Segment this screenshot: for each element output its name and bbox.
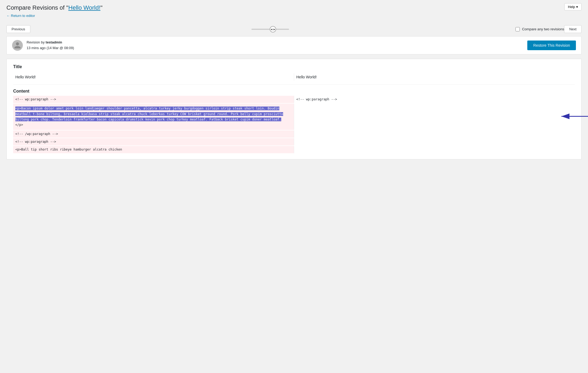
removed-block-left: <p>Bacon ipsum dolor amet pork loin land…: [13, 104, 294, 130]
slider-left-track: [251, 29, 270, 30]
help-button[interactable]: Help ▾: [564, 3, 582, 10]
slider-arrows-icon: ◄►: [270, 28, 276, 31]
controls-bar: Previous ◄► Compare any two revisions Ne…: [0, 22, 588, 36]
compare-two-revisions-area: Compare any two revisions: [515, 27, 564, 31]
help-label: Help: [568, 5, 575, 9]
compare-two-revisions-label: Compare any two revisions: [522, 27, 564, 31]
removed-block-row: <p>Bacon ipsum dolor amet pork loin land…: [13, 104, 575, 130]
added-block-left: <p>Ball tip short ribs ribeye hamburger …: [13, 146, 294, 153]
revision-text: Revision by testadmin 13 mins ago (14 Ma…: [27, 40, 74, 51]
return-to-editor-link[interactable]: ← Return to editor: [6, 14, 35, 18]
section-divider: [13, 84, 575, 85]
compare-two-revisions-checkbox[interactable]: [515, 27, 520, 31]
comment3-row: <!-- wp:paragraph -->: [13, 138, 575, 145]
comment2-left: <!-- /wp:paragraph -->: [13, 130, 294, 138]
added-block-row: <p>Ball tip short ribs ribeye hamburger …: [13, 146, 575, 153]
removed-block-right: [294, 104, 575, 130]
slider-thumb[interactable]: ◄►: [270, 26, 276, 32]
removed-text-highlight: <p>Bacon ipsum dolor amet pork loin land…: [15, 107, 283, 121]
page-title: Compare Revisions of "Hello World!": [6, 4, 582, 11]
added-block-text: <p>Ball tip short ribs ribeye hamburger …: [15, 148, 122, 151]
revision-date: (14 Mar @ 08:09): [46, 46, 74, 50]
comment2-row: <!-- /wp:paragraph -->: [13, 130, 575, 138]
revision-by-label: Revision by: [27, 40, 46, 44]
title-diff-row: Hello World! Hello World!: [13, 73, 575, 81]
revision-time-ago: 13 mins ago: [27, 46, 46, 50]
blue-arrow-annotation: [559, 111, 588, 122]
revision-bar: Revision by testadmin 13 mins ago (14 Ma…: [6, 36, 582, 54]
comment3-left: <!-- wp:paragraph -->: [13, 138, 294, 145]
diff-container: Title Hello World! Hello World! Content …: [6, 59, 582, 160]
previous-button[interactable]: Previous: [6, 25, 30, 33]
comment1-left: <!-- wp:paragraph -->: [13, 96, 294, 103]
title-right: Hello World!: [294, 73, 575, 81]
help-chevron-icon: ▾: [576, 5, 578, 9]
restore-revision-button[interactable]: Restore This Revision: [527, 41, 576, 50]
title-left: Hello World!: [13, 73, 294, 81]
author-avatar: [12, 40, 23, 51]
title-prefix: Compare Revisions of: [6, 4, 66, 11]
post-title-link[interactable]: Hello World!: [68, 4, 100, 11]
revision-info: Revision by testadmin 13 mins ago (14 Ma…: [12, 40, 74, 51]
comment1-row: <!-- wp:paragraph --> <!-- wp:paragraph …: [13, 96, 575, 103]
added-block-right: [294, 146, 575, 153]
content-section-label: Content: [13, 89, 575, 94]
comment3-right: [294, 138, 575, 145]
slider-area: ◄►: [30, 29, 516, 30]
next-button[interactable]: Next: [564, 25, 582, 33]
comment2-right: [294, 130, 575, 138]
revision-author: testadmin: [46, 40, 62, 44]
revision-slider[interactable]: ◄►: [251, 29, 294, 30]
title-section-label: Title: [13, 64, 575, 69]
comment1-right: <!-- wp:paragraph -->: [294, 96, 575, 103]
